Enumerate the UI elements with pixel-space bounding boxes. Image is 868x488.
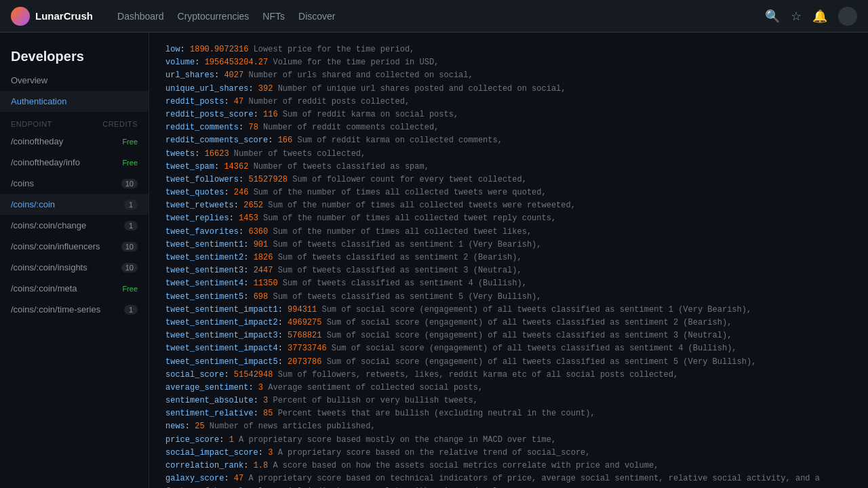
code-line: reddit_comments_score: 166 Sum of reddit… (165, 134, 852, 147)
sidebar-endpoint-label-6: /coins/:coin/insights (11, 262, 87, 272)
code-line: tweet_sentiment_impact2: 4969275 Sum of … (165, 317, 852, 329)
code-line: galaxy_score: 47 A proprietary score bas… (165, 472, 852, 488)
sidebar-item-endpoint-8[interactable]: /coins/:coin/time-series1 (0, 299, 149, 320)
code-line: tweet_favorites: 6360 Sum of the number … (165, 226, 852, 239)
sidebar-badge-7: Free (122, 285, 138, 293)
code-line: correlation_rank: 1.8 A score based on h… (165, 460, 852, 472)
code-line: tweet_sentiment5: 698 Sum of tweets clas… (165, 291, 852, 304)
sidebar-item-authentication[interactable]: Authentication (0, 91, 149, 112)
code-line: url_shares: 4027 Number of urls shared a… (165, 69, 852, 82)
sidebar-item-endpoint-1[interactable]: /coinoftheday/infoFree (0, 152, 149, 173)
sidebar: Developers Overview Authentication Endpo… (0, 33, 149, 488)
sidebar-item-authentication-label: Authentication (11, 96, 66, 106)
sidebar-item-endpoint-7[interactable]: /coins/:coin/metaFree (0, 278, 149, 299)
code-line: reddit_comments: 78 Number of reddit com… (165, 121, 852, 134)
logo-text: LunarCrush (35, 10, 93, 22)
logo-area[interactable]: LunarCrush (11, 7, 93, 26)
code-line: tweet_sentiment_impact5: 2073786 Sum of … (165, 356, 852, 369)
code-line: tweet_sentiment_impact3: 5768821 Sum of … (165, 329, 852, 342)
sidebar-badge-6: 10 (121, 263, 138, 272)
main-content: low: 1890.9072316 Lowest price for the t… (149, 33, 868, 488)
sidebar-badge-5: 10 (121, 242, 138, 251)
code-line: sentiment_absolute: 3 Percent of bullish… (165, 394, 852, 407)
code-line: tweet_sentiment2: 1826 Sum of tweets cla… (165, 251, 852, 264)
code-line: tweet_spam: 14362 Number of tweets class… (165, 161, 852, 174)
code-line: tweet_quotes: 246 Sum of the number of t… (165, 186, 852, 199)
code-block: low: 1890.9072316 Lowest price for the t… (165, 43, 852, 488)
avatar[interactable] (838, 7, 857, 26)
sidebar-item-overview[interactable]: Overview (0, 70, 149, 91)
sidebar-badge-1: Free (122, 159, 138, 167)
code-line: price_score: 1 A proprietary score based… (165, 434, 852, 447)
section-credits-label: Credits (102, 120, 138, 128)
sidebar-endpoint-label-1: /coinoftheday/info (11, 157, 80, 167)
code-line: social_impact_score: 3 A proprietary sco… (165, 447, 852, 460)
sidebar-badge-0: Free (122, 138, 138, 146)
nav-nfts[interactable]: NFTs (262, 8, 285, 24)
code-line: tweet_retweets: 2652 Sum of the number o… (165, 199, 852, 212)
nav-right: 🔍 ☆ 🔔 (765, 7, 857, 26)
sidebar-endpoint-label-7: /coins/:coin/meta (11, 283, 77, 293)
code-line: tweet_sentiment4: 11350 Sum of tweets cl… (165, 277, 852, 290)
code-line: low: 1890.9072316 Lowest price for the t… (165, 43, 852, 56)
code-line: tweet_replies: 1453 Sum of the number of… (165, 212, 852, 225)
sidebar-badge-3: 1 (124, 200, 138, 209)
code-line: volume: 1956453204.27 Volume for the tim… (165, 56, 852, 69)
code-line: news: 25 Number of news articles publish… (165, 420, 852, 433)
code-line: tweet_sentiment_impact1: 994311 Sum of s… (165, 304, 852, 317)
nav-dashboard[interactable]: Dashboard (117, 8, 164, 24)
main-layout: Developers Overview Authentication Endpo… (0, 33, 868, 488)
sidebar-item-endpoint-2[interactable]: /coins10 (0, 173, 149, 194)
section-endpoint-label: Endpoint (11, 120, 52, 128)
code-line: tweet_followers: 51527928 Sum of followe… (165, 174, 852, 186)
sidebar-endpoint-label-3: /coins/:coin (11, 199, 55, 209)
nav-links: Dashboard Cryptocurrencies NFTs Discover (117, 8, 335, 24)
sidebar-badge-2: 10 (121, 179, 138, 188)
sidebar-item-endpoint-6[interactable]: /coins/:coin/insights10 (0, 257, 149, 278)
sidebar-item-endpoint-4[interactable]: /coins/:coin/change1 (0, 215, 149, 236)
nav-cryptocurrencies[interactable]: Cryptocurrencies (178, 8, 250, 24)
sidebar-endpoint-label-0: /coinoftheday (11, 136, 63, 146)
sidebar-badge-4: 1 (124, 221, 138, 230)
sidebar-endpoint-label-5: /coins/:coin/influencers (11, 241, 100, 251)
code-line: reddit_posts: 47 Number of reddit posts … (165, 96, 852, 108)
code-line: social_score: 51542948 Sum of followers,… (165, 369, 852, 382)
search-icon[interactable]: 🔍 (765, 9, 780, 24)
sidebar-item-endpoint-0[interactable]: /coinofthedayFree (0, 131, 149, 152)
sidebar-badge-8: 1 (124, 305, 138, 314)
code-line: tweet_sentiment1: 901 Sum of tweets clas… (165, 239, 852, 251)
bell-icon[interactable]: 🔔 (812, 9, 827, 24)
sidebar-section-header: Endpoint Credits (0, 112, 149, 131)
nav-discover[interactable]: Discover (298, 8, 335, 24)
code-line: unique_url_shares: 392 Number of unique … (165, 83, 852, 96)
code-line: reddit_posts_score: 116 Sum of reddit ka… (165, 108, 852, 121)
sidebar-item-endpoint-5[interactable]: /coins/:coin/influencers10 (0, 236, 149, 257)
sidebar-endpoint-label-8: /coins/:coin/time-series (11, 304, 100, 314)
sidebar-title: Developers (0, 38, 149, 70)
code-line: average_sentiment: 3 Average sentiment o… (165, 382, 852, 394)
topnav: LunarCrush Dashboard Cryptocurrencies NF… (0, 0, 868, 33)
code-line: tweet_sentiment3: 2447 Sum of tweets cla… (165, 264, 852, 277)
logo-icon (11, 7, 30, 26)
sidebar-endpoints: /coinofthedayFree/coinoftheday/infoFree/… (0, 131, 149, 320)
sidebar-endpoint-label-4: /coins/:coin/change (11, 220, 86, 230)
star-icon[interactable]: ☆ (791, 9, 802, 24)
sidebar-endpoint-label-2: /coins (11, 178, 34, 188)
code-line: tweets: 16623 Number of tweets collected… (165, 148, 852, 161)
code-line: tweet_sentiment_impact4: 37733746 Sum of… (165, 342, 852, 355)
sidebar-item-overview-label: Overview (11, 75, 47, 85)
sidebar-item-endpoint-3[interactable]: /coins/:coin1 (0, 194, 149, 215)
code-line: sentiment_relative: 85 Percent tweets th… (165, 407, 852, 420)
